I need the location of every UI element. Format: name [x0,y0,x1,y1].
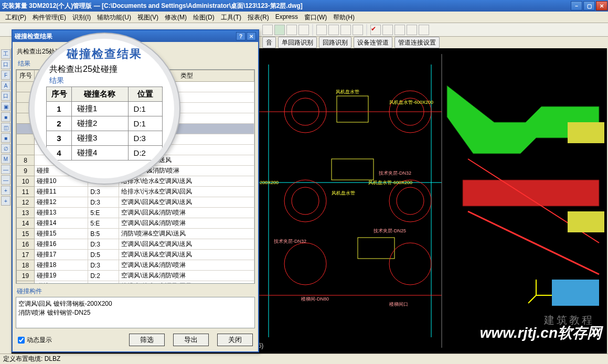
svg-point-10 [284,180,326,222]
menu-window[interactable]: 窗口(W) [301,12,330,23]
table-row[interactable]: 12碰撞12D:3空调风\回风&空调风\送风 [17,197,254,208]
ltool-icon[interactable]: + [1,196,10,206]
tool-icon[interactable] [286,25,297,35]
tool-icon[interactable] [382,25,393,35]
menu-component[interactable]: 构件管理(E) [29,12,69,23]
svg-text:风机盘水管: 风机盘水管 [332,190,355,196]
mag-row: 1碰撞1D:1 [47,102,163,116]
ltool-icon[interactable]: 口 [1,91,10,101]
main-menu: 工程(P) 构件管理(E) 识别(I) 辅助功能(U) 视图(V) 修改(M) … [0,12,608,23]
svg-text:风机盘水管-600X200: 风机盘水管-600X200 [389,100,433,105]
menu-express[interactable]: Express [272,12,301,23]
table-row[interactable]: 15碰撞15B:5消防\喷淋&空调风\送风 [17,229,254,239]
col-index[interactable]: 序号 [17,70,35,82]
magnifier-overlay: 碰撞检查结果 共检查出25处碰撞 结果 序号 碰撞名称 位置 1碰撞1D:12碰… [29,34,179,184]
close-button[interactable]: ✕ [596,1,607,10]
menu-draw[interactable]: 绘图(D) [190,12,218,23]
svg-rect-3 [337,96,368,122]
mag-row: 4碰撞4D:2 [47,146,163,160]
dialog-help-icon[interactable]: ? [236,32,246,40]
table-row[interactable]: 16碰撞16D:3空调风\回风&空调风\送风 [17,239,254,250]
tool-icon[interactable] [274,25,285,35]
svg-text:楼梯间-DN80: 楼梯间-DN80 [301,296,329,302]
ltool-icon[interactable]: — [1,175,10,185]
svg-text:技术夹层-DN32: 技术夹层-DN32 [378,170,411,176]
dynamic-display-checkbox[interactable]: 动态显示 [18,336,52,345]
left-toolbar: 工 口 F A 口 ▣ ■ ◫ ■ ∅ M — — + + [0,48,12,354]
tab-device-pipe[interactable]: 设备连管道 [354,37,392,48]
app-title: 安装算量 3DM2012(个人)管理版 — [C:\Documents and … [2,2,303,10]
menu-aux[interactable]: 辅助功能(U) [94,12,134,23]
table-row[interactable]: 10碰撞10给排水\给水&空调风\送风 [17,176,254,187]
export-button[interactable]: 导出 [173,334,209,346]
ltool-icon[interactable]: ∅ [1,144,10,153]
tool-icon[interactable] [316,25,327,35]
table-row[interactable]: 19碰撞19D:2空调风\送风&消防\喷淋 [17,271,254,281]
table-row[interactable]: 18碰撞18D:3空调风\送风&消防\喷淋 [17,260,254,271]
filter-button[interactable]: 筛选 [129,334,165,346]
ltool-icon[interactable]: 口 [1,60,10,69]
tab-layer[interactable]: 音 [262,37,276,48]
collision-details: 空调风\回风 镀锌薄钢板-200X200 消防\喷淋 镀锌钢管-DN25 [16,297,255,328]
menu-help[interactable]: 帮助(H) [330,12,358,23]
table-row[interactable]: 13碰撞135:E空调风\回风&消防\喷淋 [17,208,254,218]
menu-tools[interactable]: 工具(T) [218,12,244,23]
window-titlebar: 安装算量 3DM2012(个人)管理版 — [C:\Documents and … [0,0,608,12]
menu-recognize[interactable]: 识别(I) [69,12,94,23]
secondary-tabs: 音 单回路识别 回路识别 设备连管道 管道连接设置 [262,37,606,48]
menu-project[interactable]: 工程(P) [2,12,29,23]
ltool-icon[interactable]: ■ [1,133,10,143]
tab-single-loop[interactable]: 单回路识别 [278,37,317,48]
tool-icon[interactable] [394,25,405,35]
svg-rect-19 [568,122,604,143]
tool-check-icon[interactable]: ✔ [370,25,381,35]
maximize-button[interactable]: ▢ [583,1,595,10]
tab-loop[interactable]: 回路识别 [319,37,351,48]
svg-text:技术夹层-DN25: 技术夹层-DN25 [373,228,406,233]
svg-point-15 [389,243,431,285]
tool-icon[interactable] [340,25,351,35]
ltool-icon[interactable]: A [1,81,10,90]
ltool-icon[interactable]: M [1,154,10,164]
tool-icon[interactable] [353,25,363,35]
table-row[interactable]: 14碰撞145:E空调风\回风&消防\喷淋 [17,218,254,229]
ltool-icon[interactable]: 工 [1,49,10,59]
menu-modify[interactable]: 修改(M) [162,12,190,23]
menu-view[interactable]: 视图(V) [134,12,162,23]
ltool-icon[interactable]: F [1,70,10,80]
tool-icon[interactable] [328,25,339,35]
ltool-icon[interactable]: + [1,186,10,195]
menu-report[interactable]: 报表(R) [244,12,272,23]
mag-table: 序号 碰撞名称 位置 1碰撞1D:12碰撞2D:13碰撞3D:34碰撞4D:2 [46,87,163,160]
table-row[interactable]: 11碰撞11D:3给排水\污水&空调风\回风 [17,187,254,197]
tool-icon[interactable] [262,25,273,35]
status-bar: 定义布置电缆: DLBZ [0,354,608,364]
mag-summary: 共检查出25处碰撞 [46,64,163,75]
close-button[interactable]: 关闭 [217,334,253,346]
tool-icon[interactable] [419,25,429,35]
svg-rect-21 [552,280,599,306]
status-text: 定义布置电缆: DLBZ [3,355,60,363]
svg-line-24 [528,295,536,303]
svg-point-14 [284,243,326,285]
ltool-icon[interactable]: ◫ [1,123,10,132]
dialog-close-icon[interactable]: ✕ [247,32,256,40]
table-row[interactable]: 20碰撞20D:3给排水\给水&空调风\回风 [17,281,254,284]
mag-row: 3碰撞3D:3 [47,131,163,146]
dynamic-display-input[interactable] [18,337,25,344]
minimize-button[interactable]: – [571,1,582,10]
svg-text:-200X200: -200X200 [258,180,279,185]
tab-pipe-connect[interactable]: 管道连接设置 [394,37,440,48]
table-row[interactable]: 17碰撞17D:5空调风\送风&空调风\送风 [17,250,254,260]
mag-label: 结果 [46,76,163,85]
mag-title: 碰撞检查结果 [46,46,163,62]
ltool-icon[interactable]: ■ [1,112,10,122]
svg-rect-5 [358,238,394,259]
mag-row: 2碰撞2D:1 [47,116,163,131]
ltool-icon[interactable]: ▣ [1,102,10,111]
svg-text:风机盘水管: 风机盘水管 [336,89,359,94]
svg-rect-4 [332,159,374,180]
ltool-icon[interactable]: — [1,165,10,174]
tool-icon[interactable] [407,25,417,35]
tool-icon[interactable] [298,25,309,35]
